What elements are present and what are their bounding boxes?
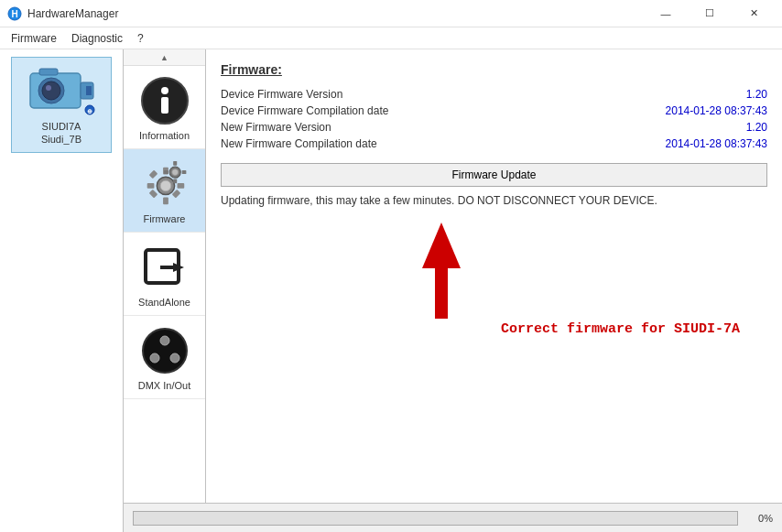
info-label-0: Device Firmware Version xyxy=(221,88,342,101)
info-value-2: 1.20 xyxy=(746,121,767,134)
svg-rect-38 xyxy=(435,264,448,319)
nav-item-standalone[interactable]: StandAlone xyxy=(124,233,205,316)
svg-text:⊕: ⊕ xyxy=(87,108,92,114)
device-item[interactable]: ⌬ ⊕ SIUDI7A Siudi_7B xyxy=(11,57,112,153)
info-row-3: New Firmware Compilation date 2014-01-28… xyxy=(221,136,767,152)
info-row-1: Device Firmware Compilation date 2014-01… xyxy=(221,103,767,119)
arrow-area: Correct firmware for SIUDI-7A xyxy=(221,218,767,355)
dmx-icon xyxy=(139,325,190,376)
section-title: Firmware: xyxy=(221,62,767,77)
svg-rect-33 xyxy=(160,266,177,269)
app-icon: H xyxy=(7,6,22,21)
info-value-3: 2014-01-28 08:37:43 xyxy=(666,137,767,150)
svg-point-37 xyxy=(170,353,179,363)
main-container: ⌬ ⊕ SIUDI7A Siudi_7B ▲ xyxy=(0,49,782,532)
firmware-update-button[interactable]: Firmware Update xyxy=(221,163,767,187)
svg-point-16 xyxy=(160,180,171,191)
info-label-1: Device Firmware Compilation date xyxy=(221,104,388,117)
svg-rect-29 xyxy=(164,170,168,174)
svg-point-26 xyxy=(171,169,178,176)
information-icon xyxy=(139,75,190,126)
info-row-0: Device Firmware Version 1.20 xyxy=(221,86,767,103)
progress-label: 0% xyxy=(745,513,773,524)
nav-label-dmx: DMX In/Out xyxy=(138,380,190,391)
svg-rect-8 xyxy=(39,69,58,75)
svg-rect-28 xyxy=(173,179,177,183)
device-icon: ⌬ ⊕ xyxy=(25,63,98,118)
svg-rect-21 xyxy=(148,170,157,179)
correct-firmware-label: Correct firmware for SIUDI-7A xyxy=(501,321,740,337)
progress-bar-outer xyxy=(133,511,738,526)
info-table: Device Firmware Version 1.20 Device Firm… xyxy=(221,86,767,152)
svg-text:H: H xyxy=(11,9,17,19)
svg-rect-14 xyxy=(161,97,168,114)
menubar: Firmware Diagnostic ? xyxy=(0,27,782,49)
standalone-icon xyxy=(139,242,190,293)
info-label-3: New Firmware Compilation date xyxy=(221,137,377,150)
menu-diagnostic[interactable]: Diagnostic xyxy=(64,30,130,47)
window-title: HardwareManager xyxy=(27,7,645,20)
firmware-icon xyxy=(139,158,190,210)
maximize-button[interactable]: ☐ xyxy=(689,0,731,27)
nav-item-firmware[interactable]: Firmware xyxy=(124,149,205,233)
device-name: SIUDI7A Siudi_7B xyxy=(41,120,81,147)
nav-panel: ▲ Information xyxy=(124,49,206,532)
device-panel: ⌬ ⊕ SIUDI7A Siudi_7B xyxy=(0,49,124,532)
svg-point-35 xyxy=(160,336,169,345)
window-controls: — ☐ ✕ xyxy=(645,0,775,27)
nav-label-firmware: Firmware xyxy=(144,213,186,224)
minimize-button[interactable]: — xyxy=(645,0,687,27)
svg-rect-20 xyxy=(177,183,184,189)
info-label-2: New Firmware Version xyxy=(221,121,331,134)
nav-label-information: Information xyxy=(139,130,190,141)
svg-rect-30 xyxy=(181,170,186,174)
svg-point-36 xyxy=(150,353,159,363)
svg-rect-18 xyxy=(163,197,168,204)
menu-firmware[interactable]: Firmware xyxy=(4,30,64,47)
menu-help[interactable]: ? xyxy=(130,30,151,47)
red-arrow-icon xyxy=(404,218,477,328)
svg-rect-23 xyxy=(148,190,157,199)
warning-text: Updating firmware, this may take a few m… xyxy=(221,194,767,207)
svg-point-13 xyxy=(161,87,168,94)
nav-item-dmx[interactable]: DMX In/Out xyxy=(124,316,205,399)
info-value-0: 1.20 xyxy=(746,88,767,101)
svg-point-34 xyxy=(143,329,187,373)
svg-point-5 xyxy=(46,85,51,91)
svg-rect-7 xyxy=(86,86,92,95)
svg-rect-27 xyxy=(173,161,177,166)
svg-rect-19 xyxy=(147,183,154,189)
content-area: Firmware: Device Firmware Version 1.20 D… xyxy=(206,49,782,532)
progress-area: 0% xyxy=(124,503,782,532)
info-value-1: 2014-01-28 08:37:43 xyxy=(666,104,767,117)
titlebar: H HardwareManager — ☐ ✕ xyxy=(0,0,782,27)
close-button[interactable]: ✕ xyxy=(733,0,775,27)
svg-marker-39 xyxy=(422,223,461,268)
info-row-2: New Firmware Version 1.20 xyxy=(221,119,767,136)
nav-item-information[interactable]: Information xyxy=(124,66,205,149)
svg-point-4 xyxy=(42,81,60,100)
scroll-up[interactable]: ▲ xyxy=(124,49,205,66)
nav-label-standalone: StandAlone xyxy=(138,297,190,308)
